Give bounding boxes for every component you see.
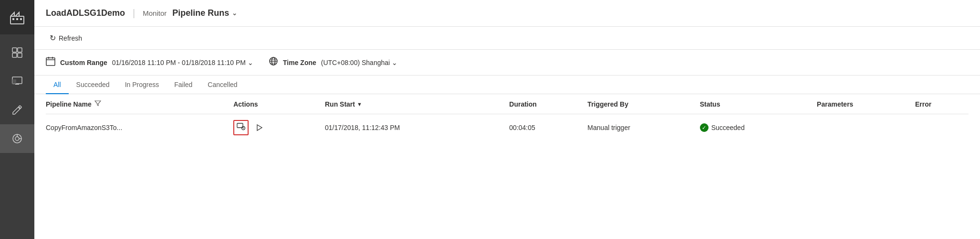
cell-duration: 00:04:05: [509, 114, 587, 141]
sidebar-item-dashboard[interactable]: [0, 38, 34, 67]
sidebar-item-metrics[interactable]: [0, 124, 34, 153]
svg-rect-7: [18, 53, 22, 57]
date-range-value[interactable]: 01/16/2018 11:10 PM - 01/18/2018 11:10 P…: [112, 59, 253, 66]
date-range-text: 01/16/2018 11:10 PM - 01/18/2018 11:10 P…: [112, 59, 246, 66]
edit-icon: [11, 104, 23, 116]
run-start-sort-icon[interactable]: ▼: [357, 101, 362, 107]
refresh-button[interactable]: ↻ Refresh: [46, 32, 86, 44]
timezone-value[interactable]: (UTC+08:00) Shanghai ⌄: [321, 59, 397, 66]
metrics-icon: [11, 133, 23, 144]
app-name: LoadADLSG1Demo: [46, 8, 125, 18]
svg-rect-15: [46, 58, 55, 65]
th-actions: Actions: [233, 94, 325, 114]
monitor-activity-icon: [237, 122, 245, 133]
table-header-row: Pipeline Name Actions: [46, 94, 969, 114]
svg-rect-6: [12, 53, 17, 57]
pipeline-runs-label: Pipeline Runs: [172, 8, 229, 18]
page-header: LoadADLSG1Demo | Monitor Pipeline Runs ⌄: [34, 0, 980, 27]
success-check-icon: ✓: [700, 123, 709, 132]
th-error: Error: [915, 94, 969, 114]
svg-marker-27: [257, 125, 262, 130]
sidebar-item-monitor[interactable]: [0, 67, 34, 96]
timezone-chevron: ⌄: [392, 59, 397, 66]
th-run-start: Run Start ▼: [325, 94, 509, 114]
timezone-text: (UTC+08:00) Shanghai: [321, 59, 390, 66]
tab-cancelled[interactable]: Cancelled: [200, 76, 245, 94]
timezone-filter: Time Zone (UTC+08:00) Shanghai ⌄: [269, 56, 397, 68]
refresh-icon: ↻: [50, 33, 56, 43]
main-content: LoadADLSG1Demo | Monitor Pipeline Runs ⌄…: [34, 0, 980, 239]
tab-in-progress[interactable]: In Progress: [117, 76, 167, 94]
filter-bar: Custom Range 01/16/2018 11:10 PM - 01/18…: [34, 50, 980, 76]
rerun-button[interactable]: [251, 120, 267, 135]
pipeline-name-filter-icon[interactable]: [94, 100, 101, 108]
tab-all[interactable]: All: [46, 76, 69, 94]
pipeline-runs-table: Pipeline Name Actions: [34, 94, 980, 239]
svg-rect-9: [15, 84, 19, 85]
tab-succeeded[interactable]: Succeeded: [69, 76, 117, 94]
breadcrumb-pipeline-runs[interactable]: Pipeline Runs ⌄: [172, 8, 237, 18]
cell-status: ✓ Succeeded: [700, 114, 817, 141]
cell-run-start: 01/17/2018, 11:12:43 PM: [325, 114, 509, 141]
monitor-activity-button[interactable]: [233, 120, 249, 135]
date-range-label: Custom Range: [60, 59, 107, 66]
cell-error: [915, 114, 969, 141]
pipeline-runs-chevron: ⌄: [232, 10, 237, 17]
date-range-filter: Custom Range 01/16/2018 11:10 PM - 01/18…: [46, 56, 253, 68]
refresh-label: Refresh: [59, 34, 82, 42]
calendar-icon: [46, 56, 55, 68]
sidebar: [0, 0, 34, 239]
svg-rect-10: [12, 79, 16, 84]
th-duration: Duration: [509, 94, 587, 114]
th-triggered-by: Triggered By: [587, 94, 699, 114]
cell-pipeline-name: CopyFromAmazonS3To...: [46, 114, 233, 141]
breadcrumb-monitor: Monitor: [143, 9, 167, 17]
cell-parameters: [817, 114, 915, 141]
app-logo: [0, 0, 34, 34]
monitor-nav-icon: [11, 76, 23, 87]
timezone-label: Time Zone: [283, 59, 316, 66]
svg-marker-26: [243, 128, 244, 129]
svg-rect-1: [12, 18, 14, 20]
svg-rect-5: [18, 48, 22, 52]
factory-icon: [10, 10, 25, 25]
status-tabs: All Succeeded In Progress Failed Cancell…: [34, 76, 980, 94]
status-text: Succeeded: [711, 124, 745, 131]
tab-failed[interactable]: Failed: [167, 76, 200, 94]
cell-actions: [233, 114, 325, 141]
svg-rect-3: [20, 18, 22, 20]
th-status: Status: [700, 94, 817, 114]
cell-triggered-by: Manual trigger: [587, 114, 699, 141]
svg-rect-4: [12, 48, 17, 52]
svg-rect-2: [16, 18, 18, 20]
globe-icon: [269, 56, 278, 68]
date-range-chevron: ⌄: [248, 59, 253, 66]
table-row: CopyFromAmazonS3To...: [46, 114, 969, 141]
svg-point-12: [15, 137, 19, 141]
toolbar: ↻ Refresh: [34, 27, 980, 50]
sidebar-item-edit[interactable]: [0, 96, 34, 124]
th-parameters: Parameters: [817, 94, 915, 114]
th-pipeline-name: Pipeline Name: [46, 94, 233, 114]
play-icon: [255, 124, 263, 131]
header-divider: |: [133, 8, 135, 19]
dashboard-icon: [11, 47, 23, 58]
